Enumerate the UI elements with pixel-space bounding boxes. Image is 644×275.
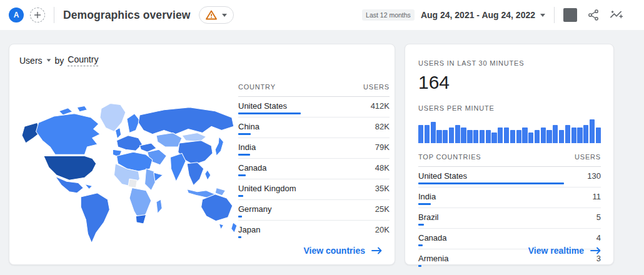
view-countries-label: View countries bbox=[303, 246, 365, 256]
minute-bar bbox=[486, 130, 491, 143]
country-cell: China bbox=[238, 122, 259, 131]
minute-bar bbox=[418, 125, 423, 143]
column-header-users: USERS bbox=[575, 153, 601, 161]
country-cell: Germany bbox=[238, 204, 271, 214]
table-row: India11 bbox=[418, 188, 601, 208]
country-cell: Japan bbox=[238, 225, 260, 234]
metric-label: Users bbox=[19, 56, 43, 66]
warning-icon bbox=[206, 10, 217, 20]
users-cell: 48K bbox=[375, 163, 390, 172]
users-cell: 130 bbox=[587, 171, 601, 181]
minute-bar bbox=[528, 132, 533, 143]
page-title: Demographics overview bbox=[63, 9, 190, 22]
minute-bar bbox=[522, 128, 527, 143]
country-cell: Canada bbox=[238, 163, 267, 172]
value-bar bbox=[238, 154, 301, 156]
arrow-right-icon bbox=[371, 247, 382, 254]
date-range-text: Aug 24, 2021 - Aug 24, 2022 bbox=[421, 10, 535, 20]
date-range-selector[interactable]: Aug 24, 2021 - Aug 24, 2022 bbox=[421, 10, 545, 20]
table-row: United States130 bbox=[418, 167, 601, 188]
chevron-down-icon bbox=[46, 59, 51, 61]
table-row: Germany25K bbox=[238, 200, 390, 221]
value-bar bbox=[418, 265, 564, 267]
country-cell: India bbox=[418, 192, 436, 201]
minute-bar bbox=[498, 128, 503, 143]
minute-bar bbox=[546, 130, 551, 143]
view-countries-link[interactable]: View countries bbox=[303, 246, 382, 256]
users-30min-label: USERS IN LAST 30 MINUTES bbox=[418, 59, 601, 67]
card-header: Users by Country bbox=[19, 54, 98, 66]
table-row: Canada48K bbox=[238, 159, 390, 179]
share-button[interactable] bbox=[587, 9, 600, 21]
users-cell: 412K bbox=[371, 101, 390, 111]
value-bar bbox=[238, 216, 301, 218]
plus-icon bbox=[34, 11, 41, 19]
minute-bar bbox=[590, 119, 595, 143]
minute-bar bbox=[480, 130, 485, 143]
minute-bar bbox=[577, 128, 582, 143]
minute-bar bbox=[535, 130, 540, 143]
country-cell: Canada bbox=[418, 233, 447, 242]
dimension-selector[interactable]: Country bbox=[68, 54, 98, 66]
table-row: United States412K bbox=[238, 97, 390, 118]
share-icon bbox=[587, 9, 600, 21]
column-header-users: USERS bbox=[363, 83, 390, 91]
minute-bar bbox=[467, 130, 472, 143]
minute-bar bbox=[473, 130, 478, 143]
countries-table: COUNTRY USERS United States412K China82K… bbox=[238, 83, 390, 241]
minute-bar bbox=[491, 132, 496, 143]
minute-bar bbox=[541, 128, 546, 143]
top-header-bar: A Demographics overview Last 12 months A… bbox=[0, 0, 644, 30]
column-header-top-countries: TOP COUNTRIES bbox=[418, 153, 481, 161]
by-label: by bbox=[55, 56, 64, 66]
column-header-country: COUNTRY bbox=[238, 83, 276, 91]
minute-bar bbox=[449, 128, 454, 143]
users-cell: 4 bbox=[596, 233, 601, 242]
table-row: India79K bbox=[238, 138, 390, 159]
account-avatar[interactable]: A bbox=[9, 8, 24, 22]
users-cell: 82K bbox=[375, 122, 390, 131]
header-divider bbox=[554, 7, 555, 23]
users-cell: 25K bbox=[375, 204, 390, 214]
users-30min-value: 164 bbox=[418, 72, 601, 93]
country-cell: United States bbox=[238, 101, 287, 111]
insights-sparkline-icon bbox=[610, 9, 623, 21]
insights-button[interactable] bbox=[610, 9, 623, 21]
view-realtime-label: View realtime bbox=[528, 246, 584, 256]
view-realtime-link[interactable]: View realtime bbox=[528, 246, 601, 256]
value-bar bbox=[238, 112, 301, 114]
minute-bar bbox=[553, 125, 558, 143]
country-cell: United States bbox=[418, 171, 467, 181]
value-bar bbox=[418, 203, 564, 205]
users-cell: 11 bbox=[593, 192, 601, 201]
report-square-icon[interactable] bbox=[563, 8, 577, 22]
country-cell: India bbox=[238, 142, 256, 152]
metric-selector[interactable]: Users bbox=[19, 56, 51, 66]
minute-bar bbox=[425, 125, 430, 143]
users-per-minute-chart bbox=[418, 117, 601, 143]
realtime-card: USERS IN LAST 30 MINUTES 164 USERS PER M… bbox=[405, 44, 614, 265]
table-row: Japan20K bbox=[238, 221, 390, 238]
minute-bar bbox=[510, 130, 515, 143]
value-bar bbox=[418, 224, 564, 226]
minute-bar bbox=[571, 128, 576, 143]
add-comparison-button[interactable] bbox=[30, 8, 45, 22]
world-map-svg bbox=[21, 98, 238, 246]
arrow-right-icon bbox=[590, 247, 601, 254]
value-bar bbox=[238, 133, 301, 135]
minute-bar bbox=[596, 128, 601, 143]
table-row: China82K bbox=[238, 118, 390, 138]
country-cell: Armenia bbox=[418, 254, 448, 263]
value-bar bbox=[238, 174, 301, 176]
users-by-country-card: Users by Country bbox=[9, 44, 395, 265]
table-header: COUNTRY USERS bbox=[238, 83, 390, 97]
users-cell: 79K bbox=[375, 142, 390, 152]
users-cell: 35K bbox=[375, 184, 390, 193]
table-header: TOP COUNTRIES USERS bbox=[418, 153, 601, 167]
users-cell: 5 bbox=[596, 212, 601, 222]
date-preset-badge: Last 12 months bbox=[362, 9, 415, 21]
value-bar bbox=[238, 236, 301, 238]
minute-bar bbox=[455, 125, 460, 143]
data-warning-dropdown[interactable] bbox=[199, 6, 234, 24]
table-row: Brazil5 bbox=[418, 208, 601, 229]
